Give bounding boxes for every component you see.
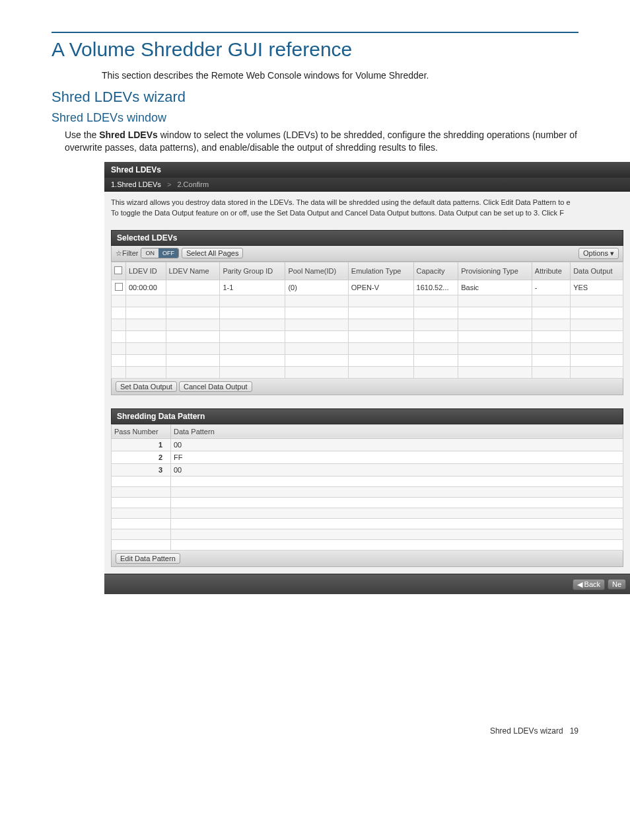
table-row bbox=[112, 342, 623, 354]
cancel-data-output-button[interactable]: Cancel Data Output bbox=[179, 381, 252, 392]
cell-ldev-name bbox=[166, 280, 220, 295]
table-row bbox=[112, 508, 623, 518]
appendix-title: A Volume Shredder GUI reference bbox=[52, 38, 578, 61]
checkbox-icon[interactable] bbox=[115, 283, 123, 291]
section-heading-wizard: Shred LDEVs wizard bbox=[52, 89, 578, 106]
footer-text: Shred LDEVs wizard bbox=[490, 726, 563, 736]
col-pool-name-id[interactable]: Pool Name(ID) bbox=[285, 262, 348, 280]
step-1-active[interactable]: 1.Shred LDEVs bbox=[111, 180, 161, 188]
wizard-description-line1: This wizard allows you destroy data stor… bbox=[111, 198, 623, 206]
col-provisioning-type[interactable]: Provisioning Type bbox=[458, 262, 532, 280]
cell-parity: 1-1 bbox=[220, 280, 285, 295]
cell-emu: OPEN-V bbox=[348, 280, 413, 295]
cell-attr: - bbox=[532, 280, 570, 295]
table-row bbox=[112, 330, 623, 342]
cell-pass-num: 2 bbox=[112, 451, 171, 463]
cell-ldev-id: 00:00:00 bbox=[126, 280, 166, 295]
table-row bbox=[112, 307, 623, 319]
cell-pass-num: 1 bbox=[112, 438, 171, 451]
pattern-buttons: Edit Data Pattern bbox=[111, 551, 623, 567]
shredding-pattern-title: Shredding Data Pattern bbox=[111, 408, 623, 424]
table-row: 3 00 bbox=[112, 463, 623, 476]
para-pre: Use the bbox=[65, 130, 99, 140]
col-data-output[interactable]: Data Output bbox=[571, 262, 623, 280]
filter-on[interactable]: ON bbox=[141, 248, 158, 258]
table-row bbox=[112, 354, 623, 366]
col-capacity[interactable]: Capacity bbox=[413, 262, 458, 280]
page-footer: Shred LDEVs wizard 19 bbox=[0, 726, 630, 736]
step-separator: > bbox=[167, 180, 171, 188]
cell-pattern: FF bbox=[171, 451, 623, 463]
cell-cap: 1610.52... bbox=[413, 280, 458, 295]
col-parity-group-id[interactable]: Parity Group ID bbox=[220, 262, 285, 280]
step-2[interactable]: 2.Confirm bbox=[177, 180, 209, 188]
para-bold: Shred LDEVs bbox=[99, 130, 158, 140]
cell-pattern: 00 bbox=[171, 438, 623, 451]
table-row[interactable]: 00:00:00 1-1 (0) OPEN-V 1610.52... Basic… bbox=[112, 280, 623, 295]
wizard-footer: ◀ Back Ne bbox=[104, 574, 630, 594]
table-row bbox=[112, 486, 623, 497]
next-button[interactable]: Ne bbox=[608, 579, 626, 590]
table-row bbox=[112, 366, 623, 378]
cell-out: YES bbox=[571, 280, 623, 295]
select-all-pages-button[interactable]: Select All Pages bbox=[182, 248, 244, 258]
wizard-description-line2: To toggle the Data Output feature on or … bbox=[111, 209, 623, 217]
options-button[interactable]: Options ▾ bbox=[578, 248, 619, 259]
col-ldev-name[interactable]: LDEV Name bbox=[166, 262, 220, 280]
table-row bbox=[112, 295, 623, 307]
selected-ldevs-title: Selected LDEVs bbox=[111, 230, 623, 246]
cell-pattern: 00 bbox=[171, 463, 623, 476]
selected-ldevs-toolbar: ☆Filter ONOFF Select All Pages Options ▾ bbox=[111, 246, 623, 262]
selected-ldevs-table: LDEV ID LDEV Name Parity Group ID Pool N… bbox=[111, 262, 623, 379]
table-row: 2 FF bbox=[112, 451, 623, 463]
back-button[interactable]: ◀ Back bbox=[573, 579, 606, 590]
col-attribute[interactable]: Attribute bbox=[532, 262, 570, 280]
header-checkbox[interactable] bbox=[112, 262, 126, 280]
col-pass-number[interactable]: Pass Number bbox=[112, 424, 171, 438]
shredding-pattern-table: Pass Number Data Pattern 1 00 2 FF 3 bbox=[111, 424, 623, 551]
filter-label: ☆Filter bbox=[116, 249, 138, 258]
top-rule bbox=[52, 32, 578, 33]
table-row: 1 00 bbox=[112, 438, 623, 451]
wizard-steps: 1.Shred LDEVs > 2.Confirm bbox=[104, 178, 630, 192]
checkbox-icon[interactable] bbox=[114, 266, 122, 274]
table-row bbox=[112, 319, 623, 330]
filter-toggle[interactable]: ONOFF bbox=[141, 248, 179, 258]
section-heading-window: Shred LDEVs window bbox=[52, 111, 578, 125]
table-row bbox=[112, 529, 623, 539]
selected-ldevs-buttons: Set Data Output Cancel Data Output bbox=[111, 379, 623, 395]
intro-paragraph: This section describes the Remote Web Co… bbox=[102, 70, 578, 81]
cell-pass-num: 3 bbox=[112, 463, 171, 476]
cell-pool: (0) bbox=[285, 280, 348, 295]
table-row bbox=[112, 497, 623, 508]
col-emulation-type[interactable]: Emulation Type bbox=[348, 262, 413, 280]
col-data-pattern[interactable]: Data Pattern bbox=[171, 424, 623, 438]
screenshot-container: Shred LDEVs 1.Shred LDEVs > 2.Confirm Th… bbox=[104, 162, 630, 594]
footer-page-num: 19 bbox=[570, 726, 578, 736]
table-row bbox=[112, 476, 623, 486]
set-data-output-button[interactable]: Set Data Output bbox=[116, 381, 177, 392]
table-row bbox=[112, 518, 623, 529]
edit-data-pattern-button[interactable]: Edit Data Pattern bbox=[116, 553, 180, 564]
table-row bbox=[112, 539, 623, 550]
filter-off[interactable]: OFF bbox=[158, 248, 178, 258]
window-titlebar: Shred LDEVs bbox=[104, 162, 630, 178]
window-description: Use the Shred LDEVs window to select the… bbox=[65, 129, 578, 154]
col-ldev-id[interactable]: LDEV ID bbox=[126, 262, 166, 280]
cell-prov: Basic bbox=[458, 280, 532, 295]
